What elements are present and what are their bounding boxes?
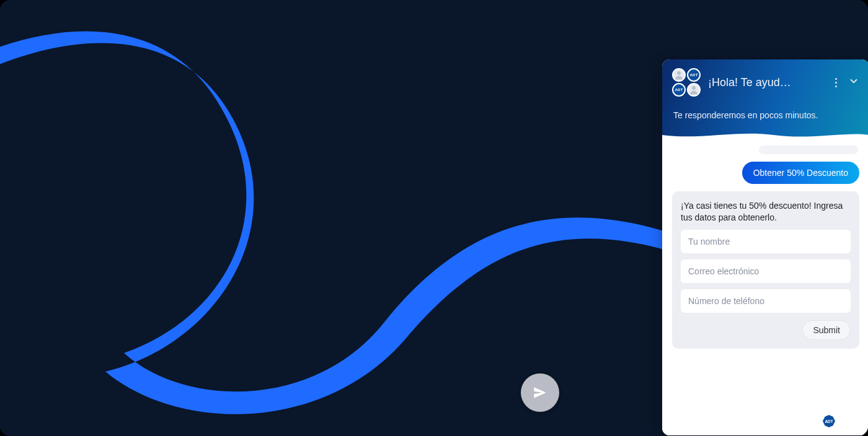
submit-button[interactable]: Submit (802, 320, 851, 340)
header-wave (662, 131, 868, 140)
chat-subheader: Te responderemos en pocos minutos. (672, 110, 859, 131)
avatar-brand-2: ADT (672, 83, 686, 97)
chat-header: ADT ADT ¡Hola! Te ayud… Te respon (662, 59, 868, 139)
svg-text:ADT: ADT (825, 419, 833, 424)
avatar-brand-1: ADT (687, 68, 701, 82)
avatar-generic-2 (687, 83, 701, 97)
avatar-generic-1 (672, 68, 686, 82)
previous-message-stub (759, 146, 858, 154)
svg-point-0 (677, 71, 681, 75)
header-actions (833, 76, 859, 90)
email-field[interactable] (681, 259, 851, 283)
form-message: ¡Ya casi tienes tu 50% descuento! Ingres… (681, 200, 851, 224)
header-top: ADT ADT ¡Hola! Te ayud… (672, 68, 859, 110)
send-icon (532, 385, 548, 401)
lead-form-card: ¡Ya casi tienes tu 50% descuento! Ingres… (672, 191, 859, 349)
stage: ADT ADT ¡Hola! Te ayud… Te respon (0, 0, 868, 436)
chat-body: Obtener 50% Descuento ¡Ya casi tienes tu… (662, 139, 868, 435)
more-options-icon[interactable] (833, 76, 839, 90)
send-button[interactable] (521, 373, 559, 412)
phone-field[interactable] (681, 289, 851, 313)
avatar-cluster: ADT ADT (672, 68, 701, 97)
minimize-chevron-icon[interactable] (848, 76, 859, 89)
quick-reply-pill[interactable]: Obtener 50% Descuento (742, 162, 859, 184)
chat-title: ¡Hola! Te ayud… (708, 76, 825, 89)
svg-point-1 (692, 86, 696, 90)
brand-badge-icon[interactable]: ADT (822, 414, 836, 428)
chat-window: ADT ADT ¡Hola! Te ayud… Te respon (662, 59, 868, 435)
name-field[interactable] (681, 230, 851, 253)
